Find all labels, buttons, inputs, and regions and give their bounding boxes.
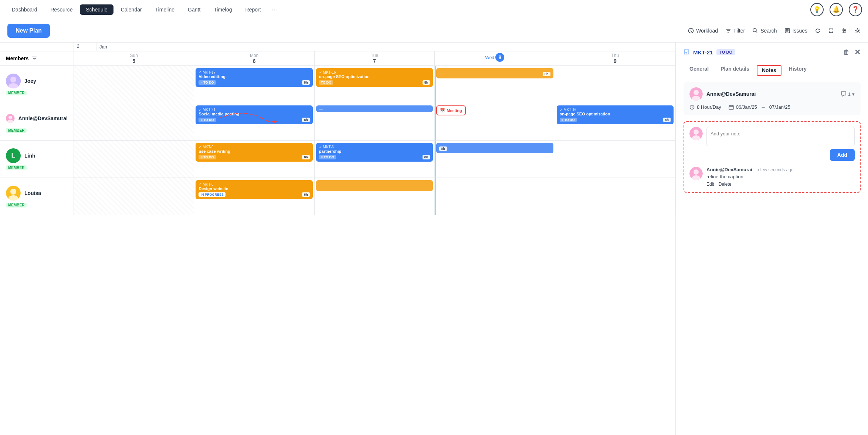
panel-close-button[interactable]: ✕ [854,48,861,57]
bell-icon[interactable]: 🔔 [830,3,843,16]
day-header-sun5: Sun 5 [74,51,194,65]
panel-task-id: MKT-21 [693,49,713,55]
task-card-mkt9[interactable]: ✓ MKT-9 use case writing ≡ TO DO 8h [196,143,312,162]
louisa-wed8 [435,178,555,215]
joey-sun5 [74,66,194,103]
panel-tab-history[interactable]: History [783,62,813,76]
tab-dashboard[interactable]: Dashboard [6,4,43,15]
joey-tue7[interactable]: ✓ MKT-16 on-page SEO optimization TO DO … [315,66,435,103]
annie-tue7[interactable] [315,103,435,140]
annie-thu9[interactable]: ✓ MKT-16 on-page SEO optimization ≡ TO D… [555,103,675,140]
panel-trash-button[interactable]: 🗑 [843,48,850,56]
panel-tab-notes[interactable]: Notes [757,65,781,76]
svg-point-8 [10,77,16,82]
svg-point-12 [7,119,13,123]
task-card-mkt17[interactable]: ✓ MKT-17 Video editting ≡ TO DO 8h [196,68,312,87]
svg-point-6 [857,30,859,32]
task-card-mkt6-cont[interactable]: 8h [436,143,553,153]
member-info-annie: Annie@DevSamurai MEMBER [0,103,74,140]
annie-name: Annie@DevSamurai [18,115,68,121]
louisa-sun5 [74,178,194,215]
calendar-body: Joey MEMBER ✓ MKT-17 Video editting ≡ TO… [0,66,675,435]
task-card-mkt16-joey-cont[interactable]: 8h [436,68,553,78]
month-label: Jan [96,43,110,51]
tab-report[interactable]: Report [240,4,267,15]
svg-point-18 [694,90,699,95]
task-card-mkt6[interactable]: ✓ MKT-6 partnership ≡ TO DO 8h [316,143,433,162]
comment-text: refine the caption [706,174,855,179]
settings-sliders-button[interactable] [841,28,847,34]
workload-button[interactable]: Workload [688,28,718,34]
filter-icon [725,28,731,34]
meeting-badge[interactable]: 📅 Meeting [436,105,466,115]
task-card-mkt21-cont[interactable] [316,105,433,112]
days-header: Sun 5 Mon 6 Tue 7 Wed 8 [74,51,675,65]
joey-wed8[interactable]: 8h [435,66,555,103]
svg-point-15 [10,189,16,195]
gear-button[interactable] [855,28,861,34]
panel-user-name: Annie@DevSamurai [706,91,756,97]
comment-icon [841,91,847,97]
linh-name-row: L Linh [6,148,68,163]
tab-timelog[interactable]: Timelog [208,4,238,15]
note-textarea[interactable] [706,127,855,146]
linh-tue7[interactable]: ✓ MKT-6 partnership ≡ TO DO 8h [315,141,435,178]
louisa-tue7[interactable] [315,178,435,215]
note-add-button[interactable]: Add [830,149,855,161]
members-header: Members [0,51,74,65]
user-info-card: Annie@DevSamurai 1 ▾ 8 Hour/Day [684,82,861,115]
member-row-annie: Annie@DevSamurai MEMBER ✓ MKT-21 Social … [0,103,675,141]
task-card-mkt8-cont[interactable] [316,180,433,191]
svg-point-1 [753,28,756,32]
tab-calendar[interactable]: Calendar [115,4,148,15]
search-icon [752,28,758,34]
joey-mon6[interactable]: ✓ MKT-17 Video editting ≡ TO DO 8h [194,66,314,103]
joey-days: ✓ MKT-17 Video editting ≡ TO DO 8h ✓ MKT… [74,66,675,103]
expand-chevron-icon[interactable]: ▾ [852,91,855,97]
tab-resource[interactable]: Resource [45,4,79,15]
new-plan-button[interactable]: New Plan [7,24,50,38]
task-card-mkt8[interactable]: ✓ MKT-8 Design website IN PROGRESS 6h [196,180,312,199]
note-input-area: Add Annie@DevSamurai a few seconds ago [684,121,861,193]
bulb-icon[interactable]: 💡 [810,3,824,16]
annie-wed8[interactable]: 📅 Meeting [435,103,555,140]
comment-author: Annie@DevSamurai [706,167,752,172]
nav-right-icons: 💡 🔔 ❓ [810,3,862,16]
panel-tab-general[interactable]: General [684,62,715,76]
task-card-mkt16-joey[interactable]: ✓ MKT-16 on-page SEO optimization TO DO … [316,68,433,87]
day-header-tue7: Tue 7 [315,51,435,65]
nav-more-icon[interactable]: ⋯ [268,4,281,15]
main-layout: 2 Jan Members Sun 5 Mon 6 [0,43,868,435]
member-row-linh: L Linh MEMBER ✓ MKT-9 use case writing ≡… [0,141,675,178]
refresh-button[interactable] [815,28,821,34]
expand-button[interactable] [828,28,834,34]
linh-mon6[interactable]: ✓ MKT-9 use case writing ≡ TO DO 8h [194,141,314,178]
members-filter-icon[interactable] [31,55,37,61]
note-comment-header: Annie@DevSamurai a few seconds ago [706,167,855,172]
member-info-louisa: Louisa MEMBER [0,178,74,215]
annie-sun5 [74,103,194,140]
comment-edit-button[interactable]: Edit [706,182,714,187]
tab-schedule[interactable]: Schedule [80,4,113,15]
tab-gantt[interactable]: Gantt [182,4,206,15]
issues-button[interactable]: Issues [784,28,807,34]
annie-badge: MEMBER [6,128,27,133]
panel-body: Annie@DevSamurai 1 ▾ 8 Hour/Day [676,76,868,435]
linh-wed8[interactable]: 8h [435,141,555,178]
comment-avatar [689,167,703,180]
tab-timeline[interactable]: Timeline [149,4,180,15]
louisa-mon6[interactable]: ✓ MKT-8 Design website IN PROGRESS 6h [194,178,314,215]
svg-point-3 [843,29,844,30]
filter-button[interactable]: Filter [725,28,745,34]
panel-tab-plan-details[interactable]: Plan details [715,62,755,76]
task-card-mkt21[interactable]: ✓ MKT-21 Social media posting ≡ TO DO 8h [196,105,312,124]
annie-mon6[interactable]: ✓ MKT-21 Social media posting ≡ TO DO 8h [194,103,314,140]
comment-delete-button[interactable]: Delete [719,182,732,187]
calendar-header: Members Sun 5 Mon 6 Tue 7 [0,51,675,66]
help-icon[interactable]: ❓ [849,3,862,16]
search-button[interactable]: Search [752,28,777,34]
task-card-mkt16-annie[interactable]: ✓ MKT-16 on-page SEO optimization ≡ TO D… [557,105,674,124]
svg-point-5 [843,32,844,33]
issues-icon [784,28,790,34]
user-info-meta: 8 Hour/Day 06/Jan/25 → 07/Jan/25 [689,104,855,110]
